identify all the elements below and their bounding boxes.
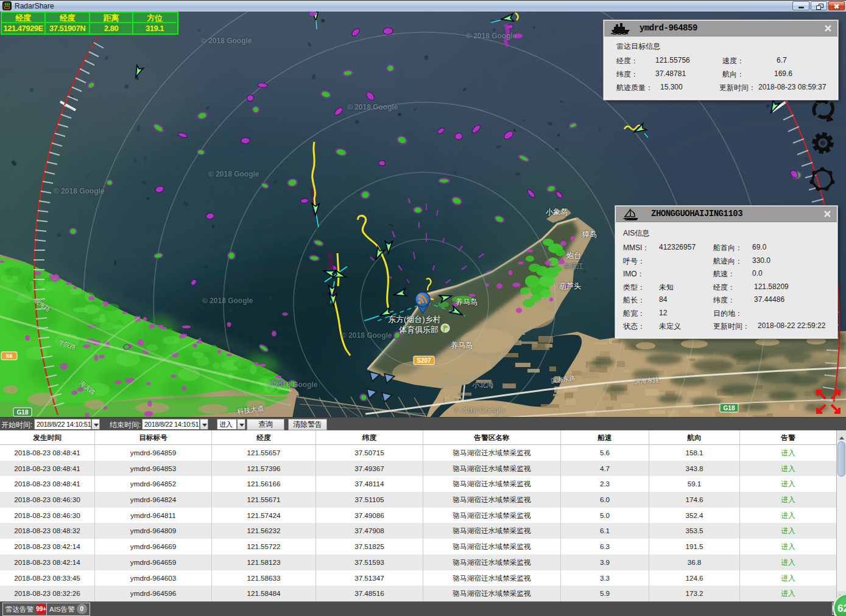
- svg-text:体育俱乐部: 体育俱乐部: [399, 325, 439, 334]
- svg-text:© 2018 Google: © 2018 Google: [201, 37, 252, 45]
- svg-text:G18: G18: [17, 409, 29, 416]
- svg-text:© 2018 Google: © 2018 Google: [466, 32, 517, 40]
- svg-text:© 2018 Google: © 2018 Google: [347, 103, 398, 111]
- svg-text:S207: S207: [417, 357, 431, 364]
- svg-text:© 2018 Google: © 2018 Google: [54, 187, 105, 195]
- svg-text:东港: 东港: [270, 378, 285, 387]
- svg-text:养马岛: 养马岛: [456, 298, 478, 306]
- svg-text:獐岛: 獐岛: [582, 230, 597, 239]
- svg-text:© 2018 Google: © 2018 Google: [208, 170, 259, 178]
- svg-text:养马岛: 养马岛: [451, 341, 473, 349]
- svg-text:葫芦头: 葫芦头: [559, 282, 581, 290]
- svg-text:炮台: 炮台: [566, 251, 581, 260]
- svg-text:小象岛: 小象岛: [546, 208, 568, 216]
- svg-text:东方(烟台)乡村: 东方(烟台)乡村: [388, 315, 441, 324]
- svg-text:小北海: 小北海: [472, 380, 494, 389]
- svg-text:© 2018 Google: © 2018 Google: [341, 331, 392, 340]
- svg-text:S6: S6: [5, 353, 12, 359]
- svg-text:东庙江: 东庙江: [563, 262, 583, 270]
- svg-text:© 2018 Google: © 2018 Google: [202, 296, 253, 305]
- svg-text:© 2018 Google: © 2018 Google: [454, 406, 505, 415]
- svg-text:G18: G18: [724, 405, 735, 411]
